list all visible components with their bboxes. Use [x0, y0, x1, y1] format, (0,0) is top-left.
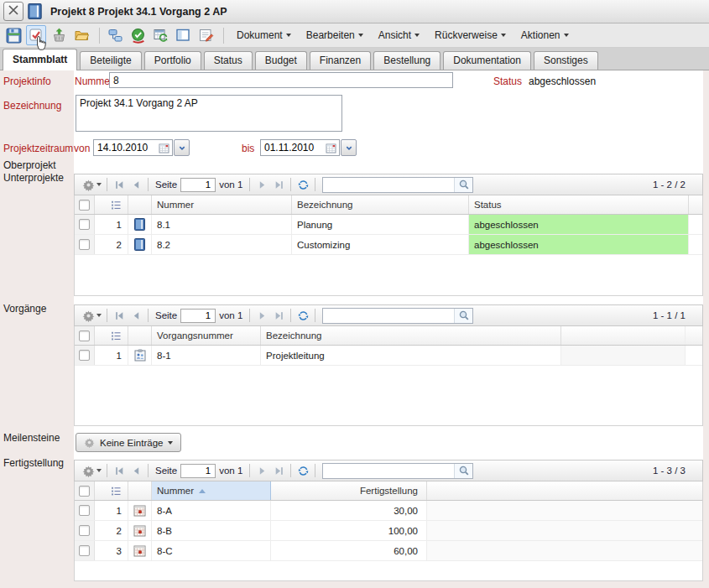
chevron-down-icon [178, 144, 186, 152]
menu-dokument[interactable]: Dokument [229, 24, 299, 46]
tab-portfolio[interactable]: Portfolio [144, 51, 201, 70]
search-button[interactable] [454, 464, 472, 478]
chevron-down-icon [564, 34, 569, 37]
menu-rueckverweise[interactable]: Rückverweise [427, 24, 514, 46]
refresh-button[interactable] [295, 176, 311, 193]
save-button[interactable] [3, 25, 23, 45]
next-page-button[interactable] [253, 462, 270, 479]
table-row[interactable]: 2 8.2 Customizing abgeschlossen [75, 235, 702, 255]
cell-bezeichnung: Customizing [292, 235, 469, 254]
tab-sonstiges[interactable]: Sonstiges [534, 51, 598, 70]
refresh-button[interactable] [295, 462, 311, 479]
icon-column-header[interactable] [128, 481, 152, 500]
first-page-button[interactable] [111, 176, 128, 193]
bezeichnung-textarea[interactable]: Projekt 34.1 Vorgang 2 AP [76, 95, 342, 132]
toolbar: Dokument Bearbeiten Ansicht Rückverweise… [0, 23, 709, 48]
recalculate-button[interactable] [150, 25, 170, 45]
search-button[interactable] [454, 309, 472, 323]
import-button[interactable] [49, 25, 69, 45]
row-number-column-header[interactable] [95, 326, 128, 345]
prev-page-button[interactable] [128, 176, 144, 193]
page-input[interactable] [180, 309, 216, 323]
calendar-icon[interactable] [323, 140, 338, 155]
grid-settings-button[interactable] [80, 307, 103, 324]
meilensteine-menu-button[interactable]: Keine Einträge [76, 433, 181, 452]
icon-column-header[interactable] [128, 326, 152, 345]
first-page-button[interactable] [111, 462, 128, 479]
row-checkbox[interactable] [79, 525, 90, 536]
edit-note-button[interactable] [195, 25, 216, 45]
von-date-input[interactable] [94, 142, 156, 154]
column-header-nummer[interactable]: Nummer [152, 195, 292, 214]
table-row[interactable]: 3 8-C 60,00 [75, 541, 702, 561]
column-header-bezeichnung[interactable]: Bezeichnung [261, 326, 561, 345]
cell-bezeichnung: Planung [292, 215, 469, 234]
von-date-dropdown[interactable] [174, 139, 190, 156]
page-count-label: von 1 [219, 180, 242, 190]
search-input[interactable] [323, 309, 454, 323]
search-input[interactable] [323, 178, 454, 192]
refresh-button[interactable] [295, 307, 311, 324]
first-page-button[interactable] [111, 307, 128, 324]
column-header-vorgangsnummer[interactable]: Vorgangsnummer [152, 326, 261, 345]
tab-stammblatt[interactable]: Stammblatt [3, 49, 77, 70]
menu-aktionen[interactable]: Aktionen [514, 24, 576, 46]
prev-page-icon [131, 466, 142, 476]
bis-date-input[interactable] [261, 142, 323, 154]
last-page-button[interactable] [270, 176, 287, 193]
table-row[interactable]: 1 8.1 Planung abgeschlossen [75, 215, 702, 235]
tab-bestellung[interactable]: Bestellung [373, 51, 441, 70]
next-page-button[interactable] [253, 307, 270, 324]
search-input[interactable] [323, 464, 454, 478]
accept-button[interactable] [26, 25, 46, 45]
grid-settings-button[interactable] [80, 462, 103, 479]
open-folder-button[interactable] [71, 25, 91, 45]
tab-finanzen[interactable]: Finanzen [310, 51, 371, 70]
column-header-status[interactable]: Status [469, 195, 689, 214]
tab-budget[interactable]: Budget [255, 51, 307, 70]
page-input[interactable] [180, 178, 216, 192]
row-number-column-header[interactable] [95, 195, 128, 214]
panel-view-button[interactable] [173, 25, 193, 45]
last-page-button[interactable] [270, 307, 287, 324]
select-all-checkbox[interactable] [79, 330, 90, 341]
next-page-button[interactable] [253, 176, 270, 193]
row-checkbox[interactable] [79, 350, 90, 361]
column-header-fertigstellung[interactable]: Fertigstellung [271, 481, 427, 500]
table-row[interactable]: 1 8-1 Projektleitung [75, 346, 702, 366]
column-header-nummer-sorted[interactable]: Nummer [152, 481, 271, 500]
column-header-bezeichnung[interactable]: Bezeichnung [292, 195, 469, 214]
calendar-icon[interactable] [156, 140, 171, 155]
prev-page-button[interactable] [128, 462, 144, 479]
menu-bearbeiten[interactable]: Bearbeiten [299, 24, 371, 46]
cell-nummer: 8-A [152, 501, 271, 520]
fertigstellung-grid-icon [128, 521, 152, 540]
search-button[interactable] [454, 178, 472, 192]
last-page-button[interactable] [270, 462, 287, 479]
row-checkbox[interactable] [79, 505, 90, 516]
menu-ansicht[interactable]: Ansicht [371, 24, 427, 46]
select-all-checkbox[interactable] [79, 200, 90, 211]
row-checkbox[interactable] [79, 545, 90, 556]
grid-search [322, 177, 473, 193]
nummer-input[interactable] [109, 72, 453, 88]
bis-date-field [260, 139, 357, 156]
tab-dokumentation[interactable]: Dokumentation [443, 51, 531, 70]
numbered-list-icon [111, 330, 122, 341]
prev-page-button[interactable] [128, 307, 144, 324]
tab-status[interactable]: Status [204, 51, 253, 70]
row-checkbox[interactable] [79, 219, 90, 230]
select-all-checkbox[interactable] [79, 486, 90, 497]
close-button[interactable] [3, 2, 23, 21]
hierarchy-button[interactable] [105, 25, 125, 45]
confirm-button[interactable] [128, 25, 148, 45]
grid-settings-button[interactable] [80, 176, 103, 193]
icon-column-header[interactable] [128, 195, 152, 214]
table-row[interactable]: 2 8-B 100,00 [75, 521, 702, 541]
row-checkbox[interactable] [79, 239, 90, 250]
tab-beteiligte[interactable]: Beteiligte [80, 51, 141, 70]
table-row[interactable]: 1 8-A 30,00 [75, 501, 702, 521]
bis-date-dropdown[interactable] [341, 139, 357, 156]
row-number-column-header[interactable] [95, 481, 128, 500]
page-input[interactable] [180, 464, 216, 478]
